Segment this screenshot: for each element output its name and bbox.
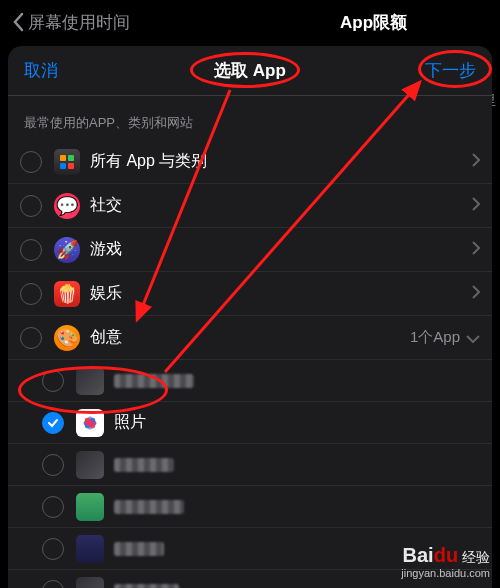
radio-unchecked[interactable]: [20, 283, 42, 305]
row-label: 所有 App 与类别: [90, 151, 472, 172]
row-label: 娱乐: [90, 283, 472, 304]
next-button[interactable]: 下一步: [425, 59, 476, 82]
row-label: 创意: [90, 327, 410, 348]
watermark: Baidu 经验 jingyan.baidu.com: [401, 543, 490, 580]
category-row-games[interactable]: 🚀 游戏: [8, 228, 492, 272]
chevron-left-icon: [12, 12, 24, 32]
svg-rect-3: [68, 163, 74, 169]
nav-title-right: App限额: [340, 11, 407, 34]
chevron-down-icon: [466, 329, 480, 347]
app-icon-blurred: [76, 451, 104, 479]
back-label: 屏幕使用时间: [28, 11, 130, 34]
photos-icon: [76, 409, 104, 437]
app-row-blurred[interactable]: [8, 360, 492, 402]
svg-rect-0: [60, 155, 66, 161]
category-row-social[interactable]: 💬 社交: [8, 184, 492, 228]
radio-unchecked[interactable]: [42, 496, 64, 518]
games-icon: 🚀: [54, 237, 80, 263]
category-row-entertainment[interactable]: 🍿 娱乐: [8, 272, 492, 316]
cancel-button[interactable]: 取消: [24, 59, 58, 82]
category-row-all[interactable]: 所有 App 与类别: [8, 140, 492, 184]
app-label-blurred: [114, 374, 194, 388]
row-label: 游戏: [90, 239, 472, 260]
app-label-blurred: [114, 500, 184, 514]
chevron-right-icon: [472, 197, 480, 215]
social-icon: 💬: [54, 193, 80, 219]
app-label-blurred: [114, 542, 164, 556]
radio-unchecked[interactable]: [42, 580, 64, 589]
row-label: 社交: [90, 195, 472, 216]
all-apps-icon: [54, 149, 80, 175]
entertainment-icon: 🍿: [54, 281, 80, 307]
radio-unchecked[interactable]: [20, 239, 42, 261]
sheet-title: 选取 App: [214, 59, 286, 82]
select-app-sheet: 取消 选取 App 下一步 最常使用的APP、类别和网站 所有 App 与类别 …: [8, 46, 492, 588]
category-row-creativity[interactable]: 🎨 创意 1个App: [8, 316, 492, 360]
radio-unchecked[interactable]: [20, 327, 42, 349]
app-label-blurred: [114, 458, 174, 472]
app-row-blurred[interactable]: [8, 444, 492, 486]
svg-rect-2: [60, 163, 66, 169]
radio-unchecked[interactable]: [42, 538, 64, 560]
back-button[interactable]: 屏幕使用时间: [12, 11, 130, 34]
radio-unchecked[interactable]: [42, 370, 64, 392]
chevron-right-icon: [472, 153, 480, 171]
app-icon-blurred: [76, 577, 104, 589]
app-row-photos[interactable]: 照片: [8, 402, 492, 444]
chevron-right-icon: [472, 285, 480, 303]
sheet-header: 取消 选取 App 下一步: [8, 46, 492, 96]
app-label: 照片: [114, 412, 480, 433]
app-icon-blurred: [76, 535, 104, 563]
app-list[interactable]: 所有 App 与类别 💬 社交 🚀 游戏 🍿 娱乐 🎨 创意 1个App: [8, 140, 492, 588]
app-icon-blurred: [76, 367, 104, 395]
app-row-blurred[interactable]: [8, 486, 492, 528]
background-nav: 屏幕使用时间 App限额: [0, 0, 500, 44]
app-icon-blurred: [76, 493, 104, 521]
radio-unchecked[interactable]: [42, 454, 64, 476]
radio-checked[interactable]: [42, 412, 64, 434]
chevron-right-icon: [472, 241, 480, 259]
app-label-blurred: [114, 584, 179, 589]
row-detail: 1个App: [410, 328, 460, 347]
radio-unchecked[interactable]: [20, 195, 42, 217]
svg-rect-1: [68, 155, 74, 161]
creativity-icon: 🎨: [54, 325, 80, 351]
section-label: 最常使用的APP、类别和网站: [8, 96, 492, 140]
radio-unchecked[interactable]: [20, 151, 42, 173]
